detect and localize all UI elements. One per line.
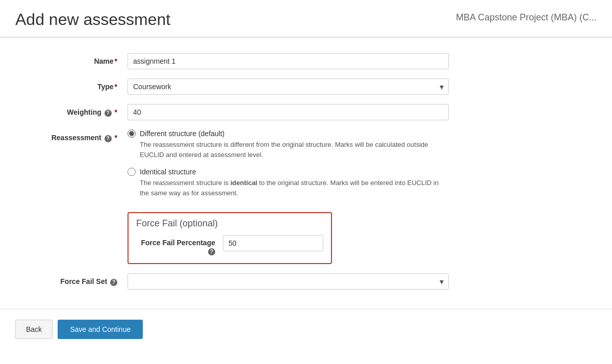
weighting-row: Weighting ? * — [15, 104, 597, 120]
force-fail-set-label: Force Fail Set ? — [15, 273, 128, 286]
reassessment-required-star: * — [115, 134, 117, 142]
reassessment-radio-identical[interactable] — [128, 168, 136, 176]
type-required-star: * — [115, 83, 117, 91]
force-fail-percentage-row: Force Fail Percentage ? — [136, 235, 323, 255]
reassessment-option-different-label: Different structure (default) — [140, 129, 224, 138]
type-row: Type* Coursework Exam Dissertation Pract… — [15, 79, 597, 95]
type-select-wrapper: Coursework Exam Dissertation Practical ▾ — [128, 79, 449, 95]
type-label: Type* — [15, 79, 128, 91]
page-subtitle: MBA Capstone Project (MBA) (C... — [456, 12, 597, 23]
reassessment-option-identical: Identical structure The reassessment str… — [128, 168, 449, 198]
type-select[interactable]: Coursework Exam Dissertation Practical — [128, 79, 449, 95]
force-fail-set-help-icon[interactable]: ? — [110, 279, 117, 286]
force-fail-set-container: ▾ — [128, 273, 449, 290]
reassessment-help-icon[interactable]: ? — [105, 135, 112, 142]
force-fail-title: Force Fail (optional) — [136, 218, 323, 229]
reassessment-field-container: Different structure (default) The reasse… — [128, 129, 449, 198]
button-row: Back Save and Continue — [0, 315, 612, 349]
name-row: Name* — [15, 53, 597, 69]
identical-bold-text: identical — [231, 179, 258, 187]
force-fail-set-wrapper: ▾ — [128, 273, 449, 290]
force-fail-section-row: Force Fail (optional) Force Fail Percent… — [15, 207, 597, 264]
reassessment-radio-different[interactable] — [128, 129, 136, 138]
force-fail-percentage-help-icon[interactable]: ? — [208, 248, 215, 255]
back-button[interactable]: Back — [15, 320, 53, 339]
weighting-field-container — [128, 104, 449, 120]
force-fail-set-select[interactable] — [128, 273, 449, 290]
page-title: Add new assessment — [15, 10, 170, 29]
weighting-required-star: * — [115, 108, 117, 116]
reassessment-option-different: Different structure (default) The reasse… — [128, 129, 449, 160]
weighting-input[interactable] — [128, 104, 449, 120]
name-input[interactable] — [128, 53, 449, 69]
weighting-label: Weighting ? * — [15, 104, 128, 117]
identical-description-plain: The reassessment structure is — [140, 179, 231, 187]
force-fail-set-row: Force Fail Set ? ▾ — [15, 273, 597, 290]
name-required-star: * — [115, 57, 117, 65]
type-field-container: Coursework Exam Dissertation Practical ▾ — [128, 79, 449, 95]
force-fail-percentage-label: Force Fail Percentage ? — [136, 235, 223, 255]
reassessment-row: Reassessment ? * Different structure (de… — [15, 129, 597, 198]
reassessment-option-identical-label: Identical structure — [140, 168, 196, 176]
name-label: Name* — [15, 53, 128, 65]
save-continue-button[interactable]: Save and Continue — [58, 320, 143, 339]
force-fail-percentage-input[interactable] — [223, 235, 323, 251]
reassessment-option-identical-description: The reassessment structure is identical … — [140, 178, 449, 198]
name-field-container — [128, 53, 449, 69]
reassessment-option-different-description: The reassessment structure is different … — [140, 140, 449, 160]
force-fail-section: Force Fail (optional) Force Fail Percent… — [128, 212, 332, 264]
reassessment-label: Reassessment ? * — [15, 129, 128, 142]
weighting-help-icon[interactable]: ? — [105, 110, 112, 117]
reassessment-radio-group: Different structure (default) The reasse… — [128, 129, 449, 198]
